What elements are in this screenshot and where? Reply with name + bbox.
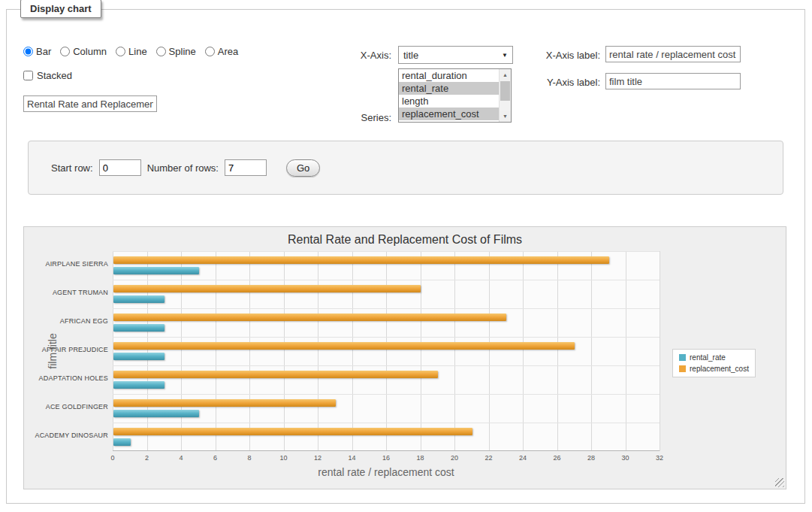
radio-label: Spline [169, 46, 196, 57]
chart-title: Rental Rate and Replacement Cost of Film… [24, 233, 786, 247]
category-label: ACE GOLDFINGER [26, 403, 108, 411]
start-row-input[interactable] [99, 159, 141, 176]
radio-column[interactable] [60, 47, 70, 56]
stacked-label: Stacked [37, 70, 72, 81]
x-tick-label: 16 [371, 454, 401, 462]
x-axis-select[interactable]: title ▼ [398, 46, 513, 64]
x-tick-label: 6 [201, 454, 231, 462]
gridline [557, 251, 558, 451]
x-tick-label: 4 [166, 454, 196, 462]
scrollbar-thumb[interactable] [500, 81, 510, 101]
legend-item-replacement_cost[interactable]: replacement_cost [679, 365, 749, 373]
radio-label: Column [73, 46, 107, 57]
chart-container: Rental Rate and Replacement Cost of Film… [23, 226, 786, 489]
radio-label: Area [218, 46, 238, 57]
gridline [386, 251, 387, 451]
y-axis-label-input[interactable] [605, 73, 741, 89]
panel-title: Display chart [20, 0, 101, 18]
x-axis-selected-value: title [403, 50, 502, 61]
go-button[interactable]: Go [286, 159, 320, 177]
x-tick-label: 10 [269, 454, 299, 462]
gridline [113, 337, 660, 338]
stacked-option[interactable]: Stacked [23, 70, 72, 81]
series-scrollbar[interactable]: ▲ ▼ [499, 69, 511, 122]
y-axis-label-caption: Y-Axis label: [531, 77, 600, 88]
gridline [113, 450, 660, 451]
chart-type-bar[interactable]: Bar [23, 46, 51, 57]
category-label: AGENT TRUMAN [26, 289, 108, 296]
gridline [216, 251, 216, 451]
num-rows-label: Number of rows: [147, 162, 219, 174]
gridline [113, 280, 660, 280]
resize-handle-icon[interactable] [775, 478, 784, 487]
bar-replacement_cost [113, 285, 421, 292]
x-tick-label: 2 [132, 454, 162, 462]
gridline [489, 251, 490, 451]
gridline [113, 365, 660, 366]
gridline [249, 251, 250, 451]
x-axis-label-input[interactable] [605, 46, 741, 62]
gridline [660, 251, 660, 451]
x-tick-label: 24 [508, 454, 538, 462]
chart-type-column[interactable]: Column [60, 46, 107, 57]
display-chart-panel: Display chart BarColumnLineSplineArea St… [6, 9, 805, 504]
gridline [523, 251, 524, 451]
x-tick-label: 0 [98, 454, 128, 462]
radio-label: Bar [36, 46, 51, 57]
series-option-replacement_cost[interactable]: replacement_cost [399, 108, 499, 120]
chart-type-line[interactable]: Line [116, 46, 147, 57]
series-listbox[interactable]: rental_durationrental_ratelengthreplacem… [398, 68, 512, 123]
scroll-down-icon[interactable]: ▼ [500, 111, 511, 122]
series-option-rental_rate[interactable]: rental_rate [399, 82, 499, 95]
chart-type-group: BarColumnLineSplineArea [23, 46, 238, 57]
bar-replacement_cost [113, 428, 472, 435]
series-option-length[interactable]: length [399, 95, 499, 108]
legend-swatch [679, 365, 686, 372]
radio-spline[interactable] [156, 47, 166, 56]
num-rows-input[interactable] [225, 159, 267, 176]
x-tick-label: 18 [406, 454, 436, 462]
x-tick-label: 12 [303, 454, 333, 462]
chevron-down-icon: ▼ [502, 52, 508, 59]
row-params-panel: Start row: Number of rows: Go [28, 141, 783, 195]
x-axis-label-caption: X-Axis label: [531, 50, 600, 61]
gridline [352, 251, 353, 451]
chart-legend: rental_ratereplacement_cost [672, 349, 756, 377]
bar-rental_rate [113, 267, 199, 274]
gridline [113, 394, 660, 395]
gridline [284, 251, 285, 451]
gridline [181, 251, 182, 451]
chart-type-spline[interactable]: Spline [156, 46, 196, 57]
radio-bar[interactable] [23, 47, 33, 56]
bar-rental_rate [113, 353, 165, 360]
category-label: AFRICAN EGG [26, 317, 108, 325]
series-option-rental_duration[interactable]: rental_duration [399, 69, 499, 82]
x-tick-label: 26 [542, 454, 572, 462]
category-label: AFFAIR PREJUDICE [26, 346, 108, 353]
gridline [147, 251, 148, 451]
stacked-checkbox[interactable] [23, 71, 33, 80]
chart-type-area[interactable]: Area [205, 46, 238, 57]
x-tick-label: 30 [611, 454, 641, 462]
x-tick-label: 32 [644, 454, 675, 462]
x-tick-label: 8 [234, 454, 264, 462]
legend-label: rental_rate [690, 353, 726, 362]
radio-line[interactable] [116, 47, 125, 56]
gridline [318, 251, 318, 451]
legend-item-rental_rate[interactable]: rental_rate [679, 353, 749, 362]
gridline [113, 308, 660, 309]
chart-title-input[interactable] [23, 95, 157, 112]
bar-replacement_cost [113, 256, 609, 264]
radio-area[interactable] [205, 47, 215, 56]
category-label: AIRPLANE SIERRA [26, 260, 108, 268]
bar-replacement_cost [113, 399, 336, 407]
bar-rental_rate [113, 438, 131, 446]
plot-area: 02468101214161820222426283032AIRPLANE SI… [113, 251, 660, 451]
bar-rental_rate [113, 324, 165, 332]
category-label: ACADEMY DINOSAUR [26, 432, 108, 439]
scroll-up-icon[interactable]: ▲ [500, 69, 511, 80]
gridline [113, 251, 113, 451]
gridline [113, 423, 660, 423]
x-tick-label: 14 [337, 454, 367, 462]
x-axis-title: rental rate / replacement cost [273, 466, 499, 478]
